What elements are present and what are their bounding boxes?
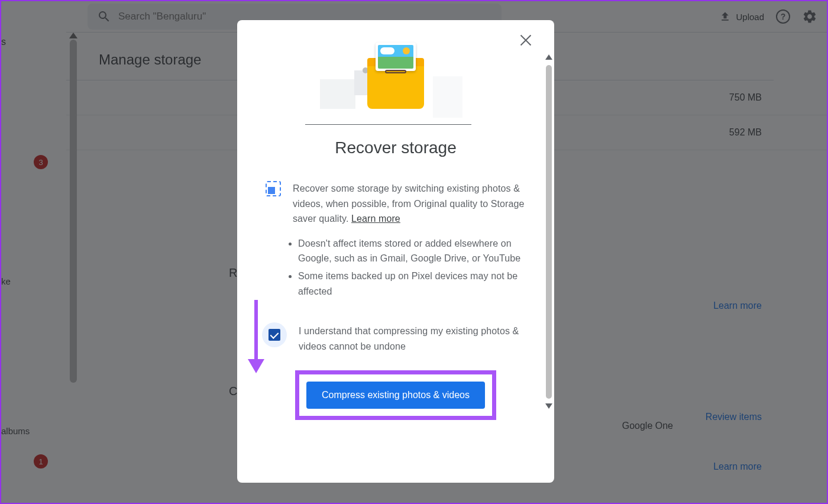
checkmark-icon	[269, 329, 280, 341]
hero-decoration	[305, 124, 471, 125]
photo-icon	[266, 181, 281, 196]
hero-decoration	[433, 76, 462, 118]
list-item: Doesn't affect items stored or added els…	[298, 236, 535, 266]
compress-button-highlight: Compress existing photos & videos	[295, 370, 496, 420]
hero-illustration	[251, 64, 540, 109]
close-icon[interactable]	[519, 33, 533, 47]
modal-description: Recover some storage by switching existi…	[293, 181, 535, 227]
annotation-arrow	[254, 300, 264, 373]
compress-button[interactable]: Compress existing photos & videos	[306, 382, 485, 409]
consent-text: I understand that compressing my existin…	[299, 322, 535, 354]
info-list: Doesn't affect items stored or added els…	[298, 236, 535, 299]
modal-scrollbar-thumb[interactable]	[546, 65, 552, 399]
learn-more-link[interactable]: Learn more	[351, 214, 400, 224]
consent-row: I understand that compressing my existin…	[251, 322, 540, 354]
hero-decoration	[320, 79, 355, 109]
list-item: Some items backed up on Pixel devices ma…	[298, 269, 535, 299]
scroll-down-icon[interactable]	[545, 403, 552, 409]
recover-storage-modal: Recover storage Recover some storage by …	[237, 20, 554, 483]
consent-checkbox[interactable]	[262, 322, 287, 347]
scroll-up-icon[interactable]	[545, 54, 552, 60]
modal-body: Recover some storage by switching existi…	[251, 181, 540, 301]
modal-title: Recover storage	[251, 138, 540, 157]
